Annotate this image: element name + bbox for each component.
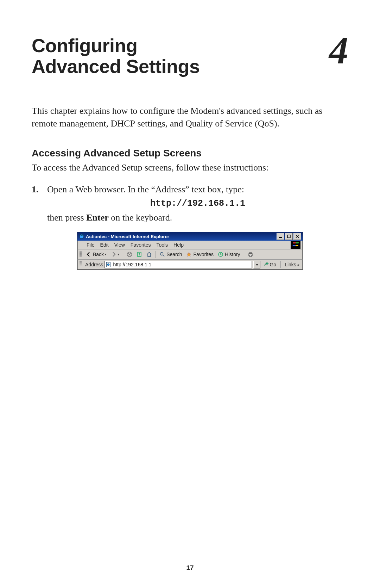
links-button[interactable]: Links » <box>284 262 300 267</box>
section-divider <box>32 141 348 141</box>
menu-tools[interactable]: Tools <box>153 242 171 248</box>
chapter-number: 4 <box>329 33 348 68</box>
ie-titlebar: Actiontec - Microsoft Internet Explorer <box>77 232 303 241</box>
search-label: Search <box>166 252 182 257</box>
stop-button[interactable] <box>125 250 134 258</box>
step-1-enter: Enter <box>86 212 109 223</box>
step-1-line2a: then press <box>47 212 86 223</box>
home-button[interactable] <box>144 250 154 258</box>
toolbar-separator-2 <box>156 251 156 258</box>
ie-address-bar: Address ▾ Go Links » <box>77 260 303 270</box>
menu-file[interactable]: File <box>84 242 97 248</box>
back-button[interactable]: Back ▾ <box>84 250 109 258</box>
menu-help[interactable]: Help <box>171 242 186 248</box>
toolbar-separator-3 <box>244 251 244 258</box>
back-arrow-icon <box>86 252 91 257</box>
menubar-grip <box>80 242 82 248</box>
svg-point-11 <box>107 264 109 266</box>
menu-view[interactable]: View <box>112 242 128 248</box>
step-1-line2b: on the keyboard. <box>109 212 172 223</box>
refresh-icon <box>137 252 142 257</box>
section-intro: To access the Advanced Setup screens, fo… <box>32 162 348 173</box>
addressbar-separator <box>280 261 281 268</box>
minimize-button[interactable] <box>277 233 284 240</box>
ie-window: Actiontec - Microsoft Internet Explorer … <box>77 232 303 270</box>
favorites-button[interactable]: Favorites <box>184 250 216 258</box>
go-icon <box>263 262 269 267</box>
step-1-code: http://192.168.1.1 <box>47 197 348 210</box>
intro-dhcp: DHCP <box>111 118 135 129</box>
windows-logo-icon <box>291 241 300 249</box>
toolbar-separator-1 <box>123 251 123 258</box>
refresh-button[interactable] <box>134 250 144 258</box>
page-number: 17 <box>0 564 380 572</box>
print-icon <box>248 252 253 257</box>
svg-rect-8 <box>249 253 252 254</box>
page-icon <box>106 262 111 267</box>
svg-point-5 <box>160 253 163 255</box>
history-icon <box>218 252 223 257</box>
chapter-title-line1: Configuring <box>32 35 137 56</box>
forward-dropdown-icon: ▾ <box>118 253 119 256</box>
address-input[interactable] <box>112 261 251 268</box>
ie-title-text: Actiontec - Microsoft Internet Explorer <box>86 234 169 239</box>
home-icon <box>146 252 152 257</box>
stop-icon <box>127 252 132 257</box>
maximize-button[interactable] <box>285 233 293 240</box>
close-button[interactable] <box>293 233 301 240</box>
chapter-title-line2: Advanced Settings <box>32 56 200 77</box>
search-icon <box>159 252 165 257</box>
address-label: Address <box>85 262 103 267</box>
address-field[interactable] <box>104 261 252 268</box>
addressbar-grip <box>80 261 82 268</box>
step-1: 1. Open a Web browser. In the “Address” … <box>32 183 348 224</box>
toolbar-grip <box>80 251 82 258</box>
menu-edit[interactable]: Edit <box>97 242 112 248</box>
go-label: Go <box>270 262 276 267</box>
step-1-number: 1. <box>32 183 47 224</box>
address-dropdown-button[interactable]: ▾ <box>253 261 260 268</box>
links-chevron-icon: » <box>297 262 299 267</box>
history-button[interactable]: History <box>216 250 242 258</box>
intro-text-b: settings, and Quality of Service (QoS). <box>135 118 279 129</box>
step-1-line1: Open a Web browser. In the “Address” tex… <box>47 184 244 194</box>
print-button[interactable] <box>246 250 255 258</box>
forward-button[interactable]: ▾ <box>109 250 121 258</box>
back-label: Back <box>93 252 104 257</box>
chapter-intro: This chapter explains how to configure t… <box>32 105 348 130</box>
history-label: History <box>225 252 240 257</box>
search-button[interactable]: Search <box>157 250 184 258</box>
svg-rect-1 <box>279 237 282 238</box>
favorites-label: Favorites <box>193 252 214 257</box>
svg-rect-9 <box>249 255 252 256</box>
back-dropdown-icon: ▾ <box>105 253 107 256</box>
menu-favorites[interactable]: Favorites <box>128 242 154 248</box>
section-heading: Accessing Advanced Setup Screens <box>32 148 348 159</box>
ie-menubar: File Edit View Favorites Tools Help <box>77 241 303 249</box>
svg-point-0 <box>80 234 84 239</box>
go-button[interactable]: Go <box>262 262 278 267</box>
favorites-star-icon <box>186 252 192 257</box>
chapter-title: Configuring Advanced Settings <box>32 35 200 77</box>
svg-rect-2 <box>287 235 290 238</box>
ie-app-icon <box>79 234 84 239</box>
ie-toolbar: Back ▾ ▾ Search <box>77 249 303 260</box>
forward-arrow-icon <box>111 252 116 257</box>
